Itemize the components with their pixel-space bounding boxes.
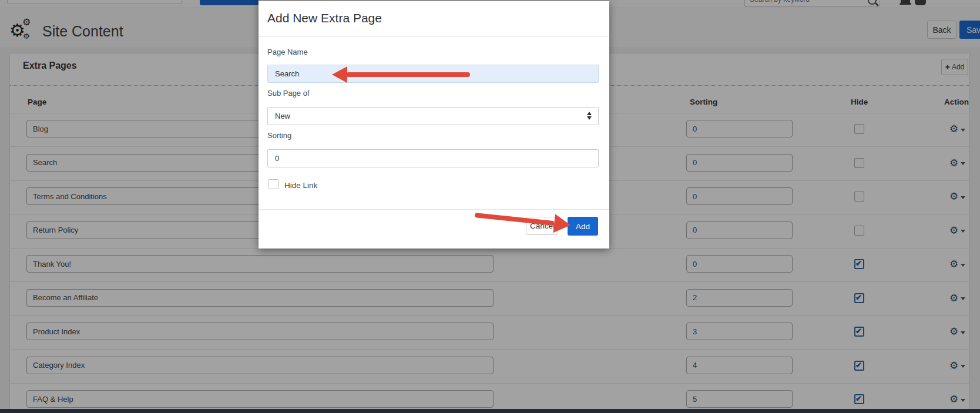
page-name-label: Page Name [267,48,308,56]
sub-page-select[interactable]: New [267,107,599,125]
modal-sorting-input[interactable] [267,149,599,167]
modal-title-divider [259,36,609,37]
hide-link-label: Hide Link [284,181,317,190]
modal-add-button[interactable]: Add [568,217,598,236]
select-stepper-icon [587,112,592,120]
hide-link-checkbox[interactable] [269,179,278,189]
modal-sorting-label: Sorting [267,131,291,140]
modal-footer-divider [259,209,609,210]
modal-title: Add New Extra Page [267,11,382,25]
add-extra-page-modal: Add New Extra Page Page Name Sub Page of… [259,1,609,249]
sub-page-label: Sub Page of [267,89,310,98]
annotation-arrow-page-name [332,66,470,83]
sub-page-selected-value: New [275,112,290,120]
